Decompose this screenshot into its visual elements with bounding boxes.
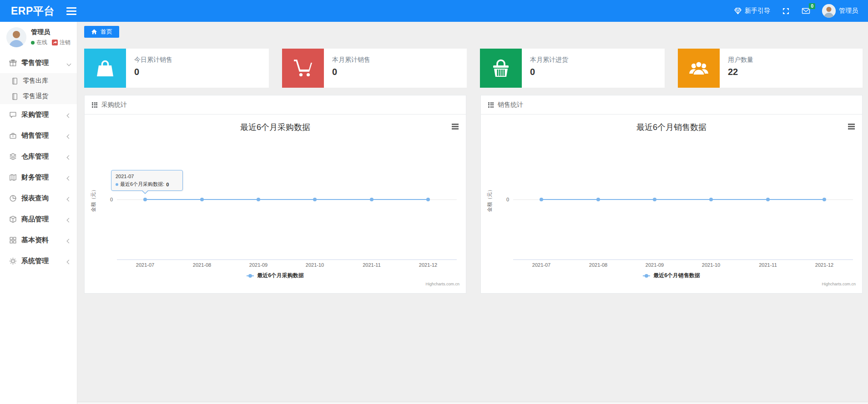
y-axis-tick: 0	[499, 197, 509, 202]
x-axis-label: 2021-10	[702, 262, 720, 268]
top-navbar: ERP平台 新手引导 0	[0, 0, 868, 22]
chart-context-menu-icon[interactable]	[848, 123, 855, 130]
guide-label: 新手引导	[745, 7, 770, 15]
legend-item[interactable]: 最近6个月销售数据	[481, 272, 862, 279]
data-point-marker[interactable]	[143, 198, 147, 201]
fullscreen-button[interactable]	[782, 7, 790, 15]
purchase-chart: 最近6个月采购数据 金额（元） 0 2021-07 2021-08 2021-0…	[85, 115, 466, 293]
doc-icon	[11, 93, 19, 100]
stat-card-title: 用户数量	[728, 56, 753, 64]
logout-icon[interactable]	[52, 40, 58, 45]
sidebar-item-label: 系统管理	[21, 257, 49, 265]
purchase-stats-panel: 采购统计 最近6个月采购数据 金额（元） 0 2021-07 2021-08 2…	[84, 95, 466, 294]
legend-label: 最近6个月销售数据	[653, 272, 700, 279]
legend-item[interactable]: 最近6个月采购数据	[85, 272, 466, 279]
x-axis-label: 2021-12	[419, 262, 437, 268]
stat-card-value: 22	[728, 67, 753, 77]
guide-button[interactable]: 新手引导	[734, 7, 770, 15]
x-axis-line	[513, 259, 853, 260]
grid-icon	[9, 236, 17, 244]
sidebar-item-basics[interactable]: 基本资料	[0, 229, 77, 250]
tooltip-header: 2021-07	[116, 174, 178, 179]
sidebar-toggle-icon[interactable]	[66, 5, 76, 17]
y-axis-title: 金额（元）	[90, 195, 97, 204]
sidebar-item-warehouse[interactable]: 仓库管理	[0, 146, 77, 167]
stat-card-title: 本月累计销售	[332, 56, 370, 64]
basket-icon	[490, 57, 512, 79]
x-axis-label: 2021-08	[589, 262, 607, 268]
data-point-marker[interactable]	[540, 198, 543, 201]
stat-card-value: 0	[530, 67, 568, 77]
y-axis-tick: 0	[103, 197, 113, 202]
stat-cards-row: 今日累计销售 0 本月累计销售 0	[84, 49, 863, 88]
x-axis-label: 2021-09	[249, 262, 267, 268]
sidebar-item-products[interactable]: 商品管理	[0, 209, 77, 229]
gem-icon	[734, 7, 742, 15]
sidebar-item-retail[interactable]: 零售管理	[0, 52, 77, 73]
data-point-marker[interactable]	[596, 198, 600, 201]
sidebar-item-label: 仓库管理	[21, 152, 49, 161]
sidebar-item-finance[interactable]: 财务管理	[0, 167, 77, 188]
doc-icon	[11, 77, 19, 85]
sidebar-item-label: 商品管理	[21, 215, 49, 224]
panel-title: 采购统计	[101, 101, 127, 109]
tooltip-series-dot	[116, 183, 118, 186]
tab-home[interactable]: 首页	[84, 26, 119, 38]
avatar	[822, 4, 836, 18]
chevron-left-icon	[67, 174, 71, 181]
data-point-marker[interactable]	[709, 198, 713, 201]
sidebar-item-label: 零售退货	[23, 92, 48, 100]
stat-card-month-sales: 本月累计销售 0	[282, 49, 467, 88]
sidebar-item-label: 报表查询	[21, 194, 49, 203]
sidebar-item-system[interactable]: 系统管理	[0, 250, 77, 271]
chevron-left-icon	[67, 236, 71, 244]
logout-label[interactable]: 注销	[60, 39, 71, 46]
data-point-marker[interactable]	[200, 198, 204, 201]
chevron-left-icon	[67, 153, 71, 160]
messages-button[interactable]: 0	[802, 7, 810, 15]
data-point-marker[interactable]	[766, 198, 770, 201]
sales-stats-panel: 销售统计 最近6个月销售数据 金额（元） 0 2021-07 2021-08 2…	[480, 95, 863, 294]
sidebar-item-sales[interactable]: 销售管理	[0, 125, 77, 146]
home-icon	[91, 29, 97, 35]
chevron-left-icon	[67, 111, 71, 119]
highcharts-credit[interactable]: Highcharts.com.cn	[425, 282, 459, 286]
data-point-marker[interactable]	[823, 198, 826, 201]
fullscreen-icon	[782, 7, 790, 15]
chevron-left-icon	[67, 132, 71, 140]
user-menu[interactable]: 管理员	[822, 4, 858, 18]
tab-home-label: 首页	[101, 28, 112, 36]
series-line	[145, 199, 428, 200]
stat-card-today-sales: 今日累计销售 0	[84, 49, 269, 88]
app-logo: ERP平台	[0, 4, 66, 18]
data-point-marker[interactable]	[653, 198, 656, 201]
chevron-left-icon	[67, 215, 71, 223]
message-count-badge: 0	[809, 3, 815, 9]
box-icon	[9, 215, 17, 223]
sidebar-item-retail-outbound[interactable]: 零售出库	[0, 73, 77, 89]
sidebar-submenu-retail: 零售出库 零售退货	[0, 73, 77, 104]
sidebar-item-label: 销售管理	[21, 131, 49, 140]
legend-marker	[247, 274, 254, 278]
data-point-marker[interactable]	[313, 198, 317, 201]
x-axis-label: 2021-08	[193, 262, 211, 268]
x-axis-line	[117, 259, 457, 260]
data-point-marker[interactable]	[257, 198, 260, 201]
chevron-left-icon	[67, 257, 71, 265]
sidebar-item-purchase[interactable]: 采购管理	[0, 104, 77, 125]
highcharts-credit[interactable]: Highcharts.com.cn	[822, 282, 856, 286]
stat-card-title: 今日累计销售	[134, 56, 172, 64]
x-axis-label: 2021-07	[136, 262, 154, 268]
sidebar-item-retail-return[interactable]: 零售退货	[0, 89, 77, 104]
chart-tooltip: 2021-07 最近6个月采购数据: 0	[111, 170, 183, 191]
online-status-label: 在线	[36, 39, 47, 46]
data-point-marker[interactable]	[370, 198, 373, 201]
sidebar: 管理员 在线 注销 零售管理	[0, 22, 77, 404]
chart-context-menu-icon[interactable]	[452, 123, 459, 130]
chart-panels-row: 采购统计 最近6个月采购数据 金额（元） 0 2021-07 2021-08 2…	[84, 95, 863, 294]
x-axis-label: 2021-09	[646, 262, 664, 268]
data-point-marker[interactable]	[426, 198, 430, 201]
sidebar-item-reports[interactable]: 报表查询	[0, 188, 77, 209]
th-grid-icon	[488, 102, 494, 108]
x-axis-label: 2021-10	[306, 262, 324, 268]
